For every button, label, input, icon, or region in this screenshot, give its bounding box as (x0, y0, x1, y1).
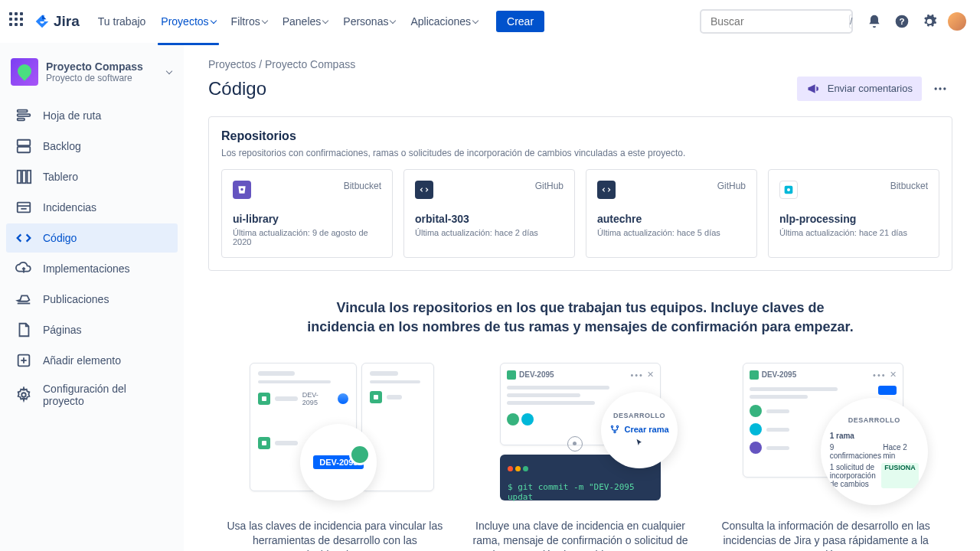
sidebar-item-deployments[interactable]: Implementaciones (6, 254, 178, 283)
nav-proyectos[interactable]: Proyectos (155, 11, 221, 32)
more-icon (933, 81, 948, 96)
sidebar-item-settings[interactable]: Configuración del proyecto (6, 377, 178, 413)
board-icon (15, 168, 32, 185)
svg-point-23 (943, 87, 946, 90)
repo-source: GitHub (717, 181, 746, 191)
search-box[interactable]: / (700, 9, 853, 34)
svg-rect-5 (18, 114, 31, 116)
sidebar-item-add[interactable]: Añadir elemento (6, 346, 178, 375)
sidebar-item-board[interactable]: Tablero (6, 162, 178, 191)
avatar[interactable] (948, 12, 966, 31)
top-nav: Jira Tu trabajo Proyectos Filtros Panele… (0, 0, 980, 43)
feedback-label: Enviar comentarios (828, 83, 913, 95)
apps-icon[interactable] (9, 12, 28, 31)
feature-1: DEV-2095 DEV-2095 Usa las claves de inci… (224, 360, 446, 551)
backlog-icon (15, 138, 32, 155)
sidebar-item-code[interactable]: Código (6, 223, 178, 253)
feature-1-desc: Usa las claves de incidencia para vincul… (224, 519, 446, 551)
chevron-down-icon (322, 17, 328, 23)
repo-updated: Última actualización: hace 2 días (415, 228, 564, 237)
repo-name: autechre (597, 213, 746, 225)
project-icon (11, 58, 38, 86)
breadcrumb-proyectos[interactable]: Proyectos (208, 58, 256, 70)
repo-name: ui-library (233, 213, 381, 225)
help-icon[interactable]: ? (893, 12, 911, 31)
nav-personas[interactable]: Personas (337, 11, 401, 32)
page-title: Código (208, 78, 797, 99)
create-button[interactable]: Crear (496, 11, 544, 32)
feature-3-desc: Consulta la información de desarrollo en… (714, 519, 937, 551)
repo-source: GitHub (535, 181, 564, 191)
megaphone-icon (806, 81, 822, 96)
project-type: Proyecto de software (46, 73, 143, 83)
settings-icon[interactable] (920, 12, 939, 31)
repo-name: nlp-processing (779, 213, 928, 225)
svg-text:?: ? (899, 16, 904, 26)
svg-point-26 (612, 426, 613, 428)
feature-2: DEV-2095•••✕ $ git commit -m "DEV-2095 u… (469, 360, 692, 551)
github-icon (415, 181, 433, 199)
nav-aplicaciones[interactable]: Aplicaciones (404, 11, 484, 32)
jira-icon (34, 13, 51, 30)
issues-icon (15, 199, 32, 216)
sidebar: Proyecto Compass Proyecto de software Ho… (0, 43, 184, 551)
hero-text: Vincula los repositorios en los que trab… (305, 298, 856, 337)
search-hint: / (849, 15, 853, 28)
sidebar-item-issues[interactable]: Incidencias (6, 193, 178, 222)
sidebar-item-backlog[interactable]: Backlog (6, 132, 178, 161)
nav-tu-trabajo[interactable]: Tu trabajo (92, 11, 152, 32)
chevron-down-icon (472, 17, 479, 23)
svg-rect-7 (18, 140, 31, 145)
github-icon (597, 181, 616, 199)
bitbucket-icon (779, 181, 798, 199)
feature-2-desc: Incluye una clave de incidencia en cualq… (469, 519, 692, 551)
svg-point-27 (617, 426, 619, 428)
nav-paneles[interactable]: Paneles (276, 11, 335, 32)
releases-icon (15, 291, 32, 308)
feedback-button[interactable]: Enviar comentarios (797, 77, 922, 101)
chevron-down-icon (166, 68, 172, 74)
features: DEV-2095 DEV-2095 Usa las claves de inci… (208, 360, 952, 551)
repo-source: Bitbucket (890, 181, 928, 191)
nav-items: Tu trabajo Proyectos Filtros Paneles Per… (92, 11, 544, 32)
svg-rect-9 (18, 171, 21, 184)
branch-icon (609, 424, 620, 435)
jira-logo-text: Jira (54, 13, 80, 30)
nav-filtros[interactable]: Filtros (225, 11, 273, 32)
breadcrumb-project[interactable]: Proyecto Compass (265, 58, 355, 70)
project-header[interactable]: Proyecto Compass Proyecto de software (6, 58, 178, 101)
feature-1-illustration: DEV-2095 DEV-2095 (247, 360, 423, 505)
svg-rect-4 (18, 110, 28, 112)
add-icon (15, 352, 32, 369)
repos-heading: Repositorios (221, 129, 939, 143)
sidebar-item-roadmap[interactable]: Hoja de ruta (6, 101, 178, 130)
svg-point-21 (935, 87, 937, 90)
search-input[interactable] (710, 15, 844, 28)
feature-2-illustration: DEV-2095•••✕ $ git commit -m "DEV-2095 u… (492, 360, 668, 505)
repo-card[interactable]: Bitbucket ui-library Última actualizació… (221, 169, 393, 258)
repo-card[interactable]: Bitbucket nlp-processing Última actualiz… (768, 169, 939, 258)
cursor-icon (634, 438, 645, 448)
jira-logo[interactable]: Jira (34, 13, 80, 30)
repo-updated: Última actualización: 9 de agosto de 202… (233, 228, 381, 246)
repo-updated: Última actualización: hace 21 días (779, 228, 928, 237)
svg-point-20 (21, 393, 26, 397)
repo-name: orbital-303 (415, 213, 564, 225)
feature-3: DEV-2095•••✕ DESARROLLO 1 rama 9 confirm… (714, 360, 937, 551)
gear-icon (15, 386, 32, 403)
main-content: Proyectos / Proyecto Compass Código Envi… (184, 43, 980, 551)
repo-card[interactable]: GitHub orbital-303 Última actualización:… (403, 169, 575, 258)
repos-subtitle: Los repositorios con confirmaciones, ram… (221, 148, 939, 158)
chevron-down-icon (261, 17, 267, 23)
repo-card[interactable]: GitHub autechre Última actualización: ha… (586, 169, 757, 258)
pages-icon (15, 321, 32, 338)
svg-rect-8 (18, 147, 31, 152)
svg-rect-11 (28, 171, 31, 184)
repo-source: Bitbucket (344, 181, 381, 191)
more-button[interactable] (928, 77, 952, 101)
svg-point-28 (614, 432, 616, 433)
sidebar-item-releases[interactable]: Publicaciones (6, 285, 178, 314)
sidebar-item-pages[interactable]: Páginas (6, 315, 178, 344)
chevron-down-icon (210, 17, 216, 23)
notifications-icon[interactable] (865, 12, 884, 31)
